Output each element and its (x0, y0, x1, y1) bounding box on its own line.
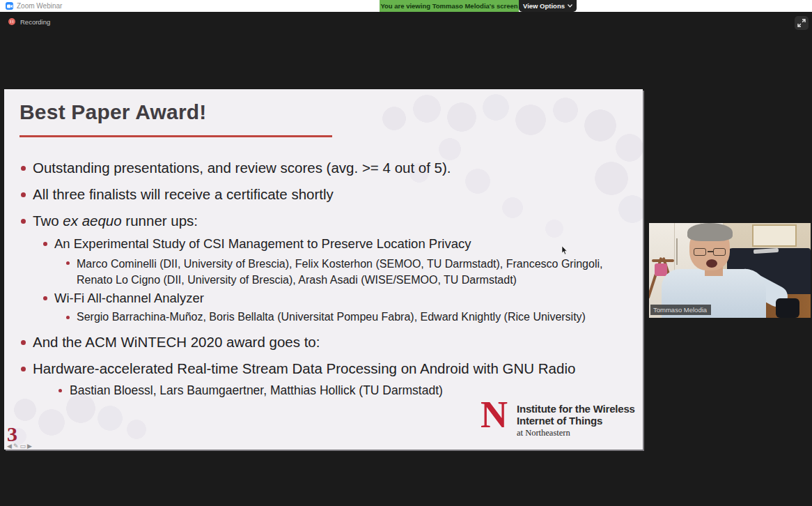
bullet-item: Hardware-accelerated Real-time Stream Da… (21, 360, 575, 377)
bullet-item: Outstanding presentations, and review sc… (21, 160, 451, 176)
picture-frame (752, 224, 797, 247)
bullet-text-pre: Two (33, 213, 63, 229)
bullet-item: All three finalists will receive a certi… (21, 186, 334, 203)
fullscreen-button[interactable] (795, 16, 809, 30)
bullet-text-italic: ex aequo (63, 213, 121, 229)
zoom-webinar-window: Zoom Webinar You are viewing Tommaso Mel… (0, 0, 812, 506)
participant-name-label: Tommaso Melodia (650, 305, 711, 315)
bullet-item: Sergio Barrachina-Muñoz, Boris Bellalta … (66, 311, 586, 323)
screen-icon: ▭ (19, 443, 27, 450)
shared-screen-slide: Best Paper Award! Outstanding presentati… (4, 89, 643, 450)
logo-text: Institute for the Wireless Internet of T… (517, 403, 643, 438)
speaker-hand (776, 298, 799, 318)
view-options-button[interactable]: View Options (519, 0, 577, 12)
pink-bag (655, 263, 667, 276)
wardrobe-handle (676, 238, 678, 265)
title-underline (19, 135, 332, 137)
glasses-left-lens (694, 248, 706, 256)
glasses-right-lens (713, 248, 726, 256)
chevron-down-icon (568, 4, 572, 8)
view-options-label: View Options (523, 2, 565, 10)
bullet-item: Bastian Bloessl, Lars Baumgaertner, Matt… (58, 383, 443, 398)
mouse-cursor (561, 245, 568, 258)
bullet-item: And the ACM WiNTECH 2020 award goes to: (21, 334, 320, 351)
logo-line-1: Institute for the Wireless (517, 403, 643, 415)
speaker-mouth (706, 259, 717, 268)
presenter-nav-toolbar: ◀✎▭▶ (7, 443, 33, 450)
recording-dot-icon (8, 18, 15, 25)
window-title: Zoom Webinar (17, 2, 62, 10)
recording-label: Recording (20, 18, 50, 26)
northeastern-n-monogram: N (481, 396, 508, 434)
bullet-text-post: runner ups: (122, 213, 198, 229)
slide-title: Best Paper Award! (19, 100, 207, 124)
pen-icon: ✎ (13, 443, 20, 450)
screen-share-banner: You are viewing Tommaso Melodia's screen (380, 0, 519, 12)
prev-slide-icon: ◀ (7, 443, 13, 450)
bullet-item: An Experimental Study of CSI Management … (43, 236, 471, 252)
participant-video-thumbnail[interactable]: Tommaso Melodia (649, 223, 811, 318)
bullet-item: Marco Cominelli (DII, University of Bres… (66, 256, 639, 288)
next-slide-icon: ▶ (27, 443, 33, 450)
logo-line-3: at Northeastern (517, 428, 643, 438)
chair-seat (652, 259, 674, 262)
expand-icon (797, 19, 806, 27)
camera-icon (7, 4, 13, 8)
speaker-hair (687, 223, 733, 241)
logo-line-2: Internet of Things (517, 415, 643, 427)
glasses-bridge (708, 251, 713, 252)
bullet-item: Two ex aequo runner ups: (21, 213, 198, 229)
bullet-item: Wi-Fi All-channel Analyzer (43, 291, 204, 306)
zoom-app-icon (6, 2, 13, 10)
titlebar: Zoom Webinar You are viewing Tommaso Mel… (0, 0, 812, 12)
